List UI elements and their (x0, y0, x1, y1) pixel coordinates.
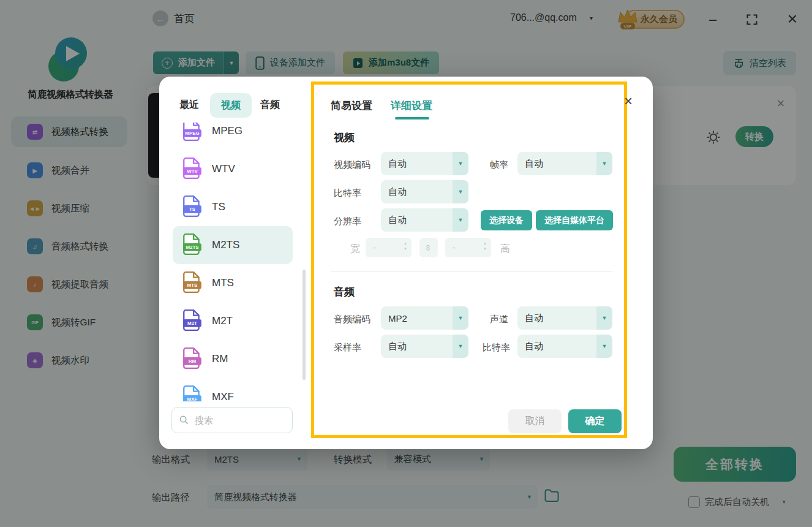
spinner-up-icon: ▲ (404, 241, 407, 245)
chevron-down-icon: ▼ (453, 335, 468, 358)
format-item-label: M2TS (212, 239, 239, 251)
audio-bitrate-label: 比特率 (483, 342, 510, 354)
file-format-icon: TS (182, 195, 202, 219)
format-settings-modal: 最近 视频 音频 MPEGMPEGWTVWTVTSTSM2TSM2TSMTSMT… (159, 77, 653, 449)
file-format-icon: MTS (182, 271, 202, 295)
channel-label: 声道 (490, 314, 508, 325)
format-item-m2t[interactable]: M2TM2T (173, 302, 293, 340)
format-item-mxf[interactable]: MXFMXF (173, 378, 293, 401)
file-format-icon: MPEG (182, 123, 202, 143)
width-input[interactable]: - ▲▼ (366, 238, 412, 257)
chevron-down-icon: ▼ (596, 306, 612, 330)
cancel-button[interactable]: 取消 (508, 409, 562, 433)
svg-text:MPEG: MPEG (185, 131, 199, 136)
chevron-down-icon: ▼ (453, 180, 468, 203)
video-bitrate-label: 比特率 (334, 188, 361, 199)
format-item-m2ts[interactable]: M2TSM2TS (173, 226, 293, 264)
format-item-ts[interactable]: TSTS (173, 188, 293, 226)
file-format-icon: M2T (182, 309, 202, 333)
tab-simple-settings[interactable]: 简易设置 (331, 99, 372, 113)
samplerate-label: 采样率 (334, 342, 361, 354)
chevron-down-icon: ▼ (596, 152, 612, 175)
video-section-heading: 视频 (334, 131, 355, 145)
channel-select[interactable]: 自动 ▼ (517, 306, 612, 330)
audio-section-heading: 音频 (334, 285, 355, 299)
format-item-label: MXF (212, 391, 234, 401)
format-item-label: MPEG (212, 125, 242, 137)
spinner-down-icon: ▼ (404, 247, 407, 251)
height-input[interactable]: - ▲▼ (445, 238, 491, 257)
format-list: MPEGMPEGWTVWTVTSTSM2TSM2TSMTSMTSM2TM2TRM… (171, 123, 295, 401)
select-device-button[interactable]: 选择设备 (481, 210, 532, 230)
format-item-label: RM (212, 353, 228, 365)
video-bitrate-select[interactable]: 自动 ▼ (381, 180, 468, 203)
tab-recent[interactable]: 最近 (179, 99, 199, 112)
aspect-link-icon[interactable]: ∞ (419, 238, 438, 257)
format-item-label: TS (212, 201, 225, 213)
audio-codec-label: 音频编码 (334, 314, 370, 325)
modal-close-button[interactable]: × (620, 93, 637, 110)
format-item-rm[interactable]: RMRM (173, 340, 293, 378)
select-platform-button[interactable]: 选择自媒体平台 (536, 210, 613, 230)
chevron-down-icon: ▼ (453, 208, 468, 232)
svg-text:RM: RM (189, 358, 197, 364)
resolution-select[interactable]: 自动 ▼ (381, 208, 468, 232)
search-input[interactable] (194, 414, 276, 426)
svg-text:MXF: MXF (187, 396, 198, 401)
format-item-wtv[interactable]: WTVWTV (173, 150, 293, 188)
svg-text:MTS: MTS (187, 282, 198, 288)
samplerate-select[interactable]: 自动 ▼ (381, 335, 468, 358)
format-item-label: WTV (212, 163, 235, 175)
active-tab-underline (395, 117, 429, 119)
chevron-down-icon: ▼ (453, 152, 468, 175)
format-list-scrollbar[interactable] (303, 270, 306, 380)
format-item-label: MTS (212, 277, 234, 289)
svg-text:TS: TS (189, 207, 195, 212)
file-format-icon: WTV (182, 157, 202, 181)
format-item-label: M2T (212, 315, 233, 327)
svg-text:WTV: WTV (187, 169, 198, 174)
chevron-down-icon: ▼ (453, 306, 468, 330)
confirm-button[interactable]: 确定 (568, 409, 622, 433)
spinner-up-icon: ▲ (483, 241, 487, 245)
audio-codec-select[interactable]: MP2 ▼ (381, 306, 468, 330)
app-window: 简鹿视频格式转换器 ⇄视频格式转换▶视频合并◄►视频压缩♫音频格式转换♪视频提取… (0, 0, 812, 527)
framerate-select[interactable]: 自动 ▼ (517, 152, 612, 175)
file-format-icon: RM (182, 347, 202, 371)
resolution-label: 分辨率 (334, 216, 361, 227)
file-format-icon: MXF (182, 385, 202, 401)
framerate-label: 帧率 (490, 159, 508, 171)
svg-text:M2TS: M2TS (186, 245, 198, 250)
chevron-down-icon: ▼ (596, 335, 612, 358)
height-label: 高 (500, 243, 510, 256)
search-icon (179, 415, 189, 425)
format-search (171, 407, 293, 433)
file-format-icon: M2TS (182, 233, 202, 257)
tab-detail-settings[interactable]: 详细设置 (391, 99, 432, 113)
tab-video[interactable]: 视频 (210, 93, 252, 118)
close-icon: × (624, 93, 633, 110)
video-codec-select[interactable]: 自动 ▼ (381, 152, 468, 175)
width-label: 宽 (350, 243, 360, 256)
format-item-mpeg[interactable]: MPEGMPEG (173, 123, 293, 150)
video-codec-label: 视频编码 (334, 159, 370, 171)
format-item-mts[interactable]: MTSMTS (173, 264, 293, 302)
section-divider (331, 271, 612, 272)
audio-bitrate-select[interactable]: 自动 ▼ (517, 335, 612, 358)
tab-audio[interactable]: 音频 (260, 99, 280, 112)
tutorial-highlight-border (311, 82, 627, 438)
spinner-down-icon: ▼ (483, 247, 487, 251)
svg-text:M2T: M2T (187, 320, 197, 326)
